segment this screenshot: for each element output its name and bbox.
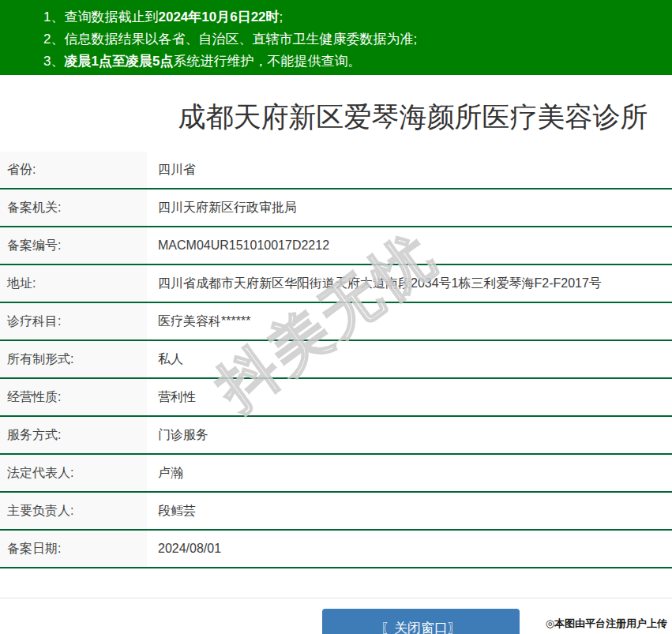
row-value: 四川省成都市天府新区华阳街道天府大道南段2034号1栋三利爱琴海F2-F2017… — [147, 265, 672, 302]
table-row-legal-representative: 法定代表人: 卢瀚 — [0, 455, 672, 493]
row-label: 备案机关: — [0, 189, 147, 226]
page-title: 成都天府新区爱琴海颜所医疗美容诊所 — [0, 99, 672, 136]
row-label: 服务方式: — [0, 417, 147, 453]
row-label: 诊疗科目: — [0, 303, 147, 340]
notice-line-1: 1、查询数据截止到2024年10月6日22时; — [43, 6, 664, 28]
row-label: 主要负责人: — [0, 493, 147, 529]
table-row-ownership-type: 所有制形式: 私人 — [0, 341, 672, 379]
row-label: 法定代表人: — [0, 455, 147, 491]
row-label: 备案日期: — [0, 531, 147, 567]
notice-line-2: 2、信息数据结果以各省、自治区、直辖市卫生健康委数据为准; — [43, 28, 664, 51]
row-value: 营利性 — [147, 379, 672, 415]
notice-number: 3、 — [43, 54, 64, 69]
row-label: 备案编号: — [0, 227, 147, 264]
table-row-service-mode: 服务方式: 门诊服务 — [0, 417, 672, 455]
row-value: 段鳕芸 — [147, 493, 672, 529]
notice-text-bold: 2024年10月6日22时 — [158, 9, 279, 24]
row-value: 四川省 — [147, 152, 672, 188]
notice-line-3: 3、凌晨1点至凌晨5点系统进行维护，不能提供查询。 — [43, 51, 664, 73]
table-row-business-nature: 经营性质: 营利性 — [0, 379, 672, 417]
notice-bar: 1、查询数据截止到2024年10月6日22时; 2、信息数据结果以各省、自治区、… — [0, 0, 672, 75]
row-value: 门诊服务 — [147, 417, 672, 453]
row-value: 四川天府新区行政审批局 — [147, 189, 672, 226]
table-row-filing-number: 备案编号: MACM04UR151010017D2212 — [0, 227, 672, 265]
table-row-filing-date: 备案日期: 2024/08/01 — [0, 531, 672, 568]
table-row-filing-authority: 备案机关: 四川天府新区行政审批局 — [0, 189, 672, 227]
record-table: 省份: 四川省 备案机关: 四川天府新区行政审批局 备案编号: MACM04UR… — [0, 152, 672, 568]
row-value: 私人 — [147, 341, 672, 377]
footer-upload-note: ◎本图由平台注册用户上传 — [546, 617, 667, 631]
notice-text-bold: 凌晨1点至凌晨5点 — [64, 54, 173, 69]
row-label: 地址: — [0, 265, 147, 302]
notice-text: ; — [280, 9, 283, 24]
notice-number: 1、 — [43, 9, 64, 24]
notice-number: 2、 — [43, 32, 64, 47]
notice-text: 系统进行维护，不能提供查询。 — [173, 54, 361, 69]
table-row-province: 省份: 四川省 — [0, 152, 672, 189]
notice-text: 查询数据截止到 — [64, 9, 158, 24]
row-value: 2024/08/01 — [147, 531, 672, 567]
row-label: 省份: — [0, 152, 147, 188]
table-row-address: 地址: 四川省成都市天府新区华阳街道天府大道南段2034号1栋三利爱琴海F2-F… — [0, 265, 672, 303]
row-value: 医疗美容科****** — [147, 303, 672, 340]
row-label: 经营性质: — [0, 379, 147, 415]
row-value: 卢瀚 — [147, 455, 672, 491]
table-row-person-in-charge: 主要负责人: 段鳕芸 — [0, 493, 672, 531]
notice-text: 信息数据结果以各省、自治区、直辖市卫生健康委数据为准; — [64, 32, 417, 47]
bottom-divider — [0, 598, 672, 598]
table-row-clinical-departments: 诊疗科目: 医疗美容科****** — [0, 303, 672, 341]
row-value: MACM04UR151010017D2212 — [147, 227, 672, 264]
row-label: 所有制形式: — [0, 341, 147, 377]
close-window-button[interactable]: 〖关闭窗口〗 — [322, 609, 520, 634]
